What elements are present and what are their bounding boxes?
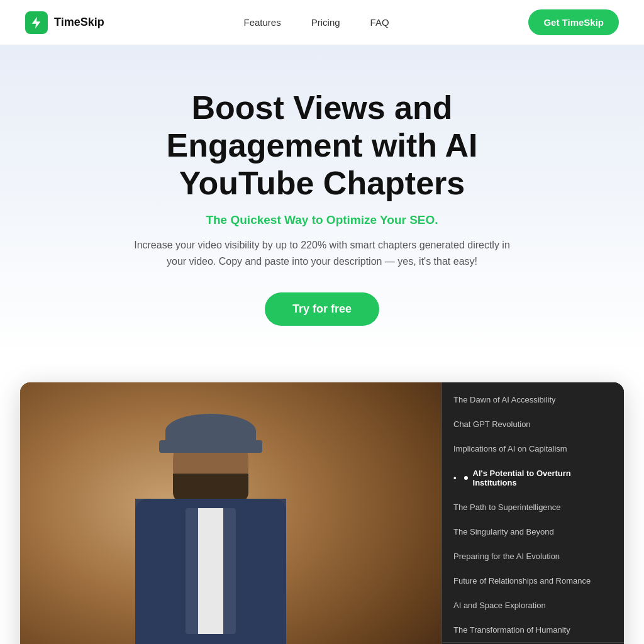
chapter-item-7[interactable]: Future of Relationships and Romance (442, 569, 624, 593)
logo-link[interactable]: TimeSkip (25, 11, 104, 34)
hero-title: Boost Views and Engagement with AI YouTu… (102, 89, 542, 202)
brand-name: TimeSkip (54, 16, 104, 29)
chapter-item-0[interactable]: The Dawn of AI Accessibility (442, 387, 624, 412)
chapter-item-4[interactable]: The Path to Superintelligence (442, 495, 624, 519)
video-container: The Dawn of AI AccessibilityChat GPT Rev… (20, 382, 624, 644)
chapter-item-1[interactable]: Chat GPT Revolution (442, 412, 624, 436)
chapter-item-2[interactable]: Implications of AI on Capitalism (442, 436, 624, 461)
navbar: TimeSkip Features Pricing FAQ Get TimeSk… (0, 0, 644, 45)
nav-faq[interactable]: FAQ (370, 17, 389, 28)
try-for-free-button[interactable]: Try for free (265, 292, 379, 326)
nav-pricing[interactable]: Pricing (311, 17, 340, 28)
chapters-panel: The Dawn of AI AccessibilityChat GPT Rev… (441, 382, 624, 644)
hero-subtitle: The Quickest Way to Optimize Your SEO. (13, 213, 631, 227)
logo-icon (25, 11, 48, 34)
chapter-list: The Dawn of AI AccessibilityChat GPT Rev… (442, 387, 624, 642)
chapter-item-3[interactable]: AI's Potential to Overturn Institutions (442, 461, 624, 495)
video-main[interactable] (20, 382, 441, 644)
chapter-item-6[interactable]: Preparing for the AI Evolution (442, 544, 624, 569)
get-timeskip-button[interactable]: Get TimeSkip (528, 9, 619, 35)
active-dot (464, 476, 468, 480)
lightning-icon (30, 16, 43, 30)
chapter-item-5[interactable]: The Singularity and Beyond (442, 519, 624, 544)
chapter-item-9[interactable]: The Transformation of Humanity (442, 618, 624, 642)
nav-features[interactable]: Features (244, 17, 281, 28)
video-inner: The Dawn of AI AccessibilityChat GPT Rev… (20, 382, 624, 644)
hero-description: Increase your video visibility by up to … (133, 237, 511, 269)
video-section: The Dawn of AI AccessibilityChat GPT Rev… (0, 357, 644, 644)
chapter-item-8[interactable]: AI and Space Exploration (442, 593, 624, 618)
nav-links: Features Pricing FAQ (244, 17, 389, 28)
hero-section: Boost Views and Engagement with AI YouTu… (0, 45, 644, 357)
